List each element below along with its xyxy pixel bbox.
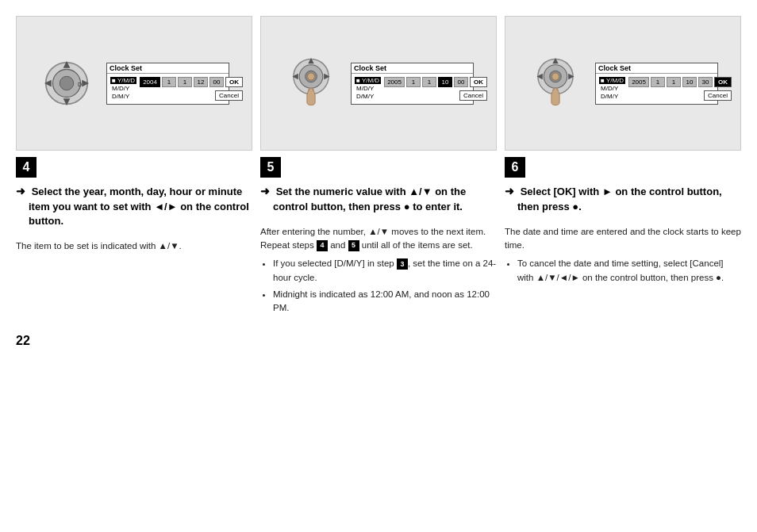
clock-fields-row-2: 2005 1 1 10 00 OK	[384, 77, 487, 87]
svg-point-23	[552, 73, 559, 80]
option-mdy-1: M/D/Y	[110, 85, 136, 92]
clock-title-1: Clock Set	[107, 63, 229, 74]
columns-row: D Clock Set ■ Y/M/D M/D/Y D/M/Y	[16, 16, 741, 318]
control-button-2	[283, 55, 339, 111]
step-instruction-3: ➜ Select [OK] with ► on the control butt…	[505, 184, 741, 214]
clock-values-2: 2005 1 1 10 00 OK Cancel	[384, 77, 487, 101]
detail-bullets-3: To cancel the date and time setting, sel…	[505, 257, 741, 285]
field-m-2: 1	[406, 77, 421, 87]
option-dmy-1: D/M/Y	[110, 93, 136, 100]
column-1: D Clock Set ■ Y/M/D M/D/Y D/M/Y	[16, 16, 252, 253]
clock-body-2: ■ Y/M/D M/D/Y D/M/Y 2005 1 1 10 00	[352, 74, 473, 104]
cancel-row-3: Cancel	[628, 89, 732, 101]
field-d-1: 1	[178, 77, 192, 87]
column-3: Clock Set ■ Y/M/D M/D/Y D/M/Y 2005 1 1	[505, 16, 741, 288]
option-ymd-1: ■ Y/M/D	[110, 77, 136, 84]
step-instruction-2: ➜ Set the numeric value with ▲/▼ on the …	[260, 184, 497, 214]
step-badge-3: 6	[505, 157, 525, 178]
control-button-3	[528, 55, 583, 111]
inline-badge-4: 4	[317, 240, 328, 251]
svg-point-15	[308, 73, 315, 80]
bullet-3-1: To cancel the date and time setting, sel…	[517, 257, 741, 285]
bullet-2-2: Midnight is indicated as 12:00 AM, and n…	[273, 288, 497, 316]
screen-panel-1: D Clock Set ■ Y/M/D M/D/Y D/M/Y	[16, 16, 252, 151]
step-detail-1: The item to be set is indicated with ▲/▼…	[16, 239, 252, 253]
cancel-btn-3[interactable]: Cancel	[704, 90, 732, 101]
cancel-row-1: Cancel	[140, 89, 243, 101]
field-min-1: 00	[209, 77, 224, 87]
step-badge-2: 5	[260, 157, 281, 178]
instruction-text-3: Select [OK] with ► on the control button…	[517, 186, 722, 212]
step-instruction-1: ➜ Select the year, month, day, hour or m…	[16, 184, 252, 228]
field-h-2: 10	[438, 77, 452, 87]
screen-panel-3: Clock Set ■ Y/M/D M/D/Y D/M/Y 2005 1 1	[505, 16, 741, 151]
option-mdy-2: M/D/Y	[355, 85, 381, 92]
field-h-3: 10	[682, 77, 697, 87]
field-min-3: 30	[698, 77, 713, 87]
option-ymd-3: ■ Y/M/D	[599, 77, 625, 84]
step-detail-3: The date and time are entered and the cl…	[505, 225, 741, 288]
page-container: D Clock Set ■ Y/M/D M/D/Y D/M/Y	[16, 16, 741, 348]
arrow-1: ➜	[16, 185, 25, 197]
ok-btn-2[interactable]: OK	[470, 77, 487, 87]
clock-title-3: Clock Set	[596, 63, 717, 74]
ok-btn-1[interactable]: OK	[225, 77, 243, 87]
instruction-text-1: Select the year, month, day, hour or min…	[29, 186, 249, 227]
step-row-3: 6	[505, 157, 741, 178]
step-detail-2: After entering the number, ▲/▼ moves to …	[260, 225, 497, 319]
clock-values-3: 2005 1 1 10 30 OK Cancel	[628, 77, 732, 101]
cancel-btn-1[interactable]: Cancel	[215, 90, 243, 101]
field-year-2: 2005	[384, 77, 405, 87]
svg-text:D: D	[78, 82, 82, 87]
step-row-2: 5	[260, 157, 497, 178]
field-d-3: 1	[667, 77, 681, 87]
clock-screen-3: Clock Set ■ Y/M/D M/D/Y D/M/Y 2005 1 1	[595, 63, 718, 105]
arrow-2: ➜	[260, 185, 270, 197]
step-row-1: 4	[16, 157, 252, 178]
field-year-3: 2005	[628, 77, 649, 87]
page-number: 22	[16, 334, 741, 348]
control-button-1: D	[39, 55, 94, 111]
clock-screen-1: Clock Set ■ Y/M/D M/D/Y D/M/Y 2004 1 1	[106, 63, 229, 105]
inline-badge-3: 3	[397, 258, 408, 270]
column-2: Clock Set ■ Y/M/D M/D/Y D/M/Y 2005 1 1	[260, 16, 497, 318]
option-dmy-3: D/M/Y	[599, 93, 625, 100]
clock-title-2: Clock Set	[352, 63, 473, 74]
detail-bullets-2: If you selected [D/M/Y] in step 3, set t…	[260, 257, 497, 315]
bullet-2-1: If you selected [D/M/Y] in step 3, set t…	[273, 257, 497, 285]
step-badge-1: 4	[16, 157, 37, 178]
cancel-row-2: Cancel	[384, 89, 487, 101]
option-mdy-3: M/D/Y	[599, 85, 625, 92]
clock-fields-row-3: 2005 1 1 10 30 OK	[628, 77, 732, 87]
clock-body-1: ■ Y/M/D M/D/Y D/M/Y 2004 1 1 12 00	[107, 74, 229, 104]
field-year-1: 2004	[140, 77, 160, 87]
clock-options-3: ■ Y/M/D M/D/Y D/M/Y	[599, 77, 625, 101]
ok-btn-3[interactable]: OK	[714, 77, 732, 87]
svg-point-2	[60, 76, 74, 90]
arrow-3: ➜	[505, 185, 514, 197]
field-d-2: 1	[422, 77, 436, 87]
field-h-1: 12	[194, 77, 208, 87]
clock-screen-2: Clock Set ■ Y/M/D M/D/Y D/M/Y 2005 1 1	[351, 63, 474, 105]
field-m-1: 1	[162, 77, 176, 87]
inline-badge-5: 5	[348, 240, 359, 251]
clock-options-1: ■ Y/M/D M/D/Y D/M/Y	[110, 77, 136, 101]
screen-panel-2: Clock Set ■ Y/M/D M/D/Y D/M/Y 2005 1 1	[260, 16, 497, 151]
clock-body-3: ■ Y/M/D M/D/Y D/M/Y 2005 1 1 10 30	[596, 74, 717, 104]
clock-values-1: 2004 1 1 12 00 OK Cancel	[140, 77, 243, 101]
option-ymd-2: ■ Y/M/D	[355, 77, 381, 84]
instruction-text-2: Set the numeric value with ▲/▼ on the co…	[273, 186, 466, 212]
clock-fields-row-1: 2004 1 1 12 00 OK	[140, 77, 243, 87]
clock-options-2: ■ Y/M/D M/D/Y D/M/Y	[355, 77, 381, 101]
option-dmy-2: D/M/Y	[355, 93, 381, 100]
cancel-btn-2[interactable]: Cancel	[459, 90, 487, 101]
field-m-3: 1	[651, 77, 665, 87]
field-min-2: 00	[454, 77, 468, 87]
